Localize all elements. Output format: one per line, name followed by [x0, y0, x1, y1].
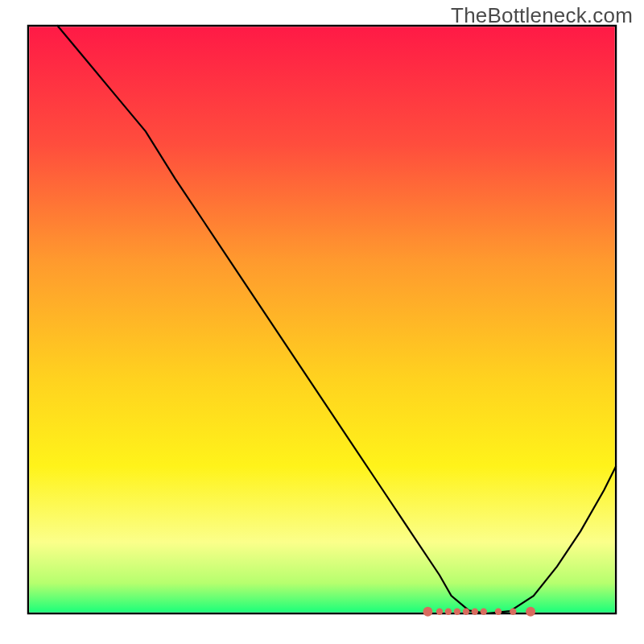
marker-point — [463, 609, 469, 615]
marker-point — [436, 609, 443, 615]
marker-point — [472, 609, 478, 615]
marker-point — [526, 607, 535, 617]
marker-point — [445, 609, 452, 615]
marker-point — [454, 609, 460, 615]
marker-point — [423, 607, 432, 617]
marker-point — [495, 609, 502, 615]
plot-background — [29, 27, 614, 612]
chart-frame: TheBottleneck.com — [0, 0, 644, 644]
watermark-label: TheBottleneck.com — [451, 3, 633, 28]
marker-point — [481, 609, 487, 615]
marker-point — [510, 609, 516, 615]
bottleneck-chart — [0, 0, 644, 644]
